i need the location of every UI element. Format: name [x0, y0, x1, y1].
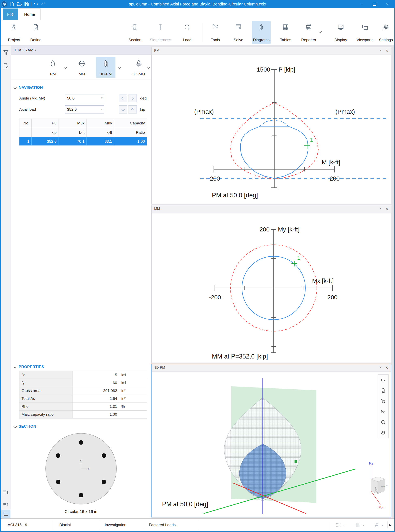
3d-mm-diagram-button[interactable]: 3D-MM: [129, 57, 148, 78]
tab-file[interactable]: File: [3, 9, 18, 20]
axial-up-button[interactable]: [128, 105, 137, 113]
panel-close-icon[interactable]: ×: [385, 365, 388, 371]
ribbon-load-button[interactable]: Load: [178, 21, 197, 44]
panel-close-icon[interactable]: ×: [385, 206, 388, 212]
3d-pm-panel-titlebar: 3D-PM ▾ ×: [152, 364, 391, 372]
ribbon-viewports-button[interactable]: Viewports: [356, 21, 374, 44]
panel-close-icon[interactable]: ×: [385, 48, 388, 54]
status-separator: [143, 521, 143, 529]
combo-dropdown-icon: ▾: [101, 108, 103, 111]
status-chevron-icon[interactable]: ▾: [382, 524, 383, 527]
axial-load-label: Axial load: [19, 107, 36, 112]
svg-text:200: 200: [327, 294, 337, 300]
status-separator: [53, 521, 53, 529]
angle-unit: deg: [140, 96, 147, 100]
status-chevron-icon[interactable]: ▾: [343, 524, 345, 527]
ribbon-solve-button[interactable]: Solve: [229, 21, 248, 44]
status-run-axis[interactable]: Biaxial: [59, 519, 71, 531]
rotate-3d-button[interactable]: [379, 386, 388, 395]
title-bar: sp spColumn - Combined Axial Force and B…: [0, 0, 395, 8]
3d-pm-diagram-icon: [101, 59, 110, 68]
ribbon-separator: [329, 23, 329, 42]
minimize-button[interactable]: [355, 0, 368, 8]
export-icon[interactable]: [3, 63, 9, 69]
pm-diagram-button[interactable]: PM: [43, 57, 63, 78]
zoom-extents-button[interactable]: [379, 396, 388, 406]
3d-pm-menu-chevron-icon[interactable]: [118, 66, 121, 69]
panel-menu-button[interactable]: [1, 510, 10, 518]
angle-row: Angle (Mx, My) 50.0 ▾ deg: [11, 94, 151, 103]
maximize-button[interactable]: [368, 0, 381, 8]
angle-prev-button[interactable]: [119, 94, 127, 102]
scroll-down-icon[interactable]: [3, 489, 9, 495]
svg-text:-200: -200: [209, 294, 221, 300]
panel-dropdown-icon[interactable]: ▾: [380, 366, 381, 369]
pm-menu-chevron-icon[interactable]: [64, 66, 66, 69]
ribbon: Project Define Section Slenderness Load …: [1, 20, 394, 45]
load-point-marker-3d: [295, 460, 297, 463]
ribbon-tools-button[interactable]: Tools: [206, 21, 225, 44]
panel-dropdown-icon[interactable]: ▾: [380, 207, 381, 210]
properties-header[interactable]: PROPERTIES: [14, 364, 44, 370]
angle-label: Angle (Mx, My): [19, 96, 45, 100]
diagrams-panel: DIAGRAMS PM MM 3D-PM 3D-MM: [11, 46, 151, 518]
axial-load-combobox[interactable]: 352.6 ▾: [65, 105, 104, 113]
pz-axis-label: Pz: [369, 461, 373, 465]
status-expand-icon[interactable]: ▶: [387, 521, 393, 528]
3d-mm-menu-chevron-icon[interactable]: [147, 66, 149, 69]
section-icon: [131, 23, 138, 31]
axial-down-button[interactable]: [119, 105, 127, 113]
property-row: Gross area201.062in²: [19, 387, 147, 395]
close-button[interactable]: ×: [381, 0, 394, 8]
ribbon-tables-button[interactable]: Tables: [276, 21, 295, 44]
tab-home[interactable]: Home: [19, 9, 40, 20]
ribbon-section-button[interactable]: Section: [126, 21, 144, 44]
status-run-option[interactable]: Investigation: [105, 519, 126, 531]
svg-text:P [kip]: P [kip]: [279, 66, 295, 73]
dots-grid-icon[interactable]: [335, 522, 341, 528]
panel-dropdown-icon[interactable]: ▾: [380, 49, 381, 52]
ribbon-settings-button[interactable]: Settings: [377, 21, 395, 44]
mm-diagram-icon: [77, 59, 87, 68]
status-chevron-icon[interactable]: ▾: [363, 524, 364, 527]
ribbon-define-button[interactable]: Define: [27, 21, 45, 44]
orientation-cube[interactable]: RIGHT RIGHT Pz Mx: [369, 461, 388, 509]
status-load-type[interactable]: Factored Loads: [149, 519, 176, 531]
ribbon-reporter-button[interactable]: Reporter: [299, 21, 318, 44]
svg-text:PM at 50.0 [deg]: PM at 50.0 [deg]: [212, 192, 258, 199]
section-header[interactable]: SECTION: [14, 423, 36, 429]
zoom-out-button[interactable]: [379, 417, 388, 427]
ribbon-display-button[interactable]: Display: [331, 21, 350, 44]
mm-diagram-button[interactable]: MM: [72, 57, 92, 78]
display-icon: [337, 23, 344, 31]
pm-panel-titlebar: PM ▾ ×: [152, 47, 391, 55]
status-design-code[interactable]: ACI 318-19: [8, 519, 27, 531]
mesh-grid-icon[interactable]: [355, 522, 361, 528]
status-separator: [99, 521, 99, 529]
reporter-menu-chevron-icon[interactable]: [319, 30, 321, 33]
load-icon: [184, 23, 191, 31]
ribbon-project-button[interactable]: Project: [5, 21, 23, 44]
svg-text:200: 200: [259, 226, 270, 233]
3d-pm-diagram-button[interactable]: 3D-PM: [96, 57, 115, 78]
navigation-header[interactable]: NAVIGATION: [14, 84, 43, 91]
scroll-up-icon[interactable]: [3, 501, 9, 507]
ribbon-slenderness-button[interactable]: Slenderness: [151, 21, 170, 44]
add-load-icon[interactable]: [374, 522, 380, 528]
property-row: Total As2.64in²: [19, 395, 147, 403]
pm-panel: PM ▾ × (Pmax)(Pmax)1500P [kip]M [k-ft]-2…: [152, 47, 391, 204]
angle-combobox[interactable]: 50.0 ▾: [65, 94, 104, 102]
mm-panel-titlebar: MM ▾ ×: [152, 205, 391, 213]
pan-button[interactable]: [379, 428, 388, 437]
pm-diagram-icon: [48, 59, 58, 68]
orbit-button[interactable]: [379, 375, 388, 385]
3d-pm-panel-title: 3D-PM: [154, 366, 165, 370]
angle-next-button[interactable]: [128, 94, 137, 102]
project-icon: [10, 23, 18, 31]
filter-icon[interactable]: [3, 50, 9, 56]
section-drawing: y x: [11, 429, 151, 509]
ribbon-diagrams-button[interactable]: Diagrams: [252, 21, 271, 44]
loads-table-row-selected[interactable]: 1352.670.183.11.00: [19, 137, 147, 145]
3d-pm-caption: PM at 50.0 [deg]: [162, 501, 208, 508]
zoom-in-button[interactable]: [379, 407, 388, 416]
